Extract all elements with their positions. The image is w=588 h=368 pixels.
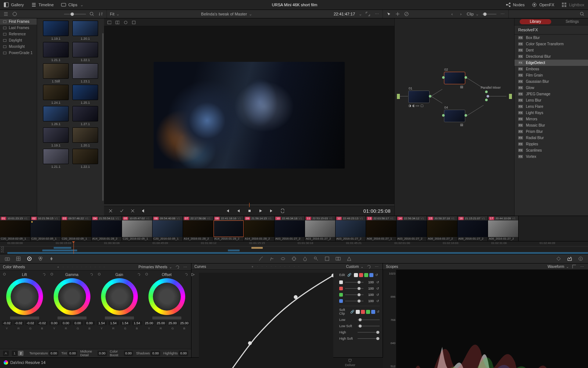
sidebar-item[interactable]: Last Frames [0, 25, 37, 31]
fx-item[interactable]: FXBox Blur [514, 35, 588, 41]
node-01[interactable]: 01 [408, 91, 430, 103]
auto-balance-button[interactable]: A [3, 351, 9, 356]
info-button[interactable] [12, 11, 18, 17]
fx-item[interactable]: FXScanlines [514, 147, 588, 153]
fx-item[interactable]: FXRipples [514, 141, 588, 147]
clip-thumb[interactable]: 1122:53:15:03V1A03_2016-01-27_2 [305, 216, 336, 241]
fx-item[interactable]: FXLight Rays [514, 110, 588, 116]
fx-item[interactable]: FXDirectional Blur [514, 53, 588, 60]
unmix-button[interactable] [108, 208, 114, 214]
still-thumb[interactable]: 1.24.1 [43, 85, 69, 105]
highlight-button[interactable] [122, 19, 128, 25]
color-wheel-lift[interactable]: Lift-0.02-0.02-0.02-0.02YRGB [1, 273, 47, 349]
qualifier-button[interactable] [269, 256, 275, 262]
softclip-reset-button[interactable]: ↺ [377, 310, 380, 314]
still-thumb[interactable]: 1.22.1 [72, 42, 98, 62]
clip-thumb[interactable]: 0210:21:59:15V1C20_2016-02-05_1 [31, 216, 61, 241]
fx-item[interactable]: FXJPEG Damage [514, 91, 588, 97]
node-nav-prev[interactable]: ‹ [449, 11, 455, 17]
viewer-options-button[interactable]: ⋯ [374, 11, 380, 17]
curves-options-button[interactable]: ⋯ [374, 263, 380, 269]
wheel-value[interactable]: 0.00 [73, 321, 83, 325]
clip-thumb[interactable]: 0309:57:46:22V1C20_2016-02-05_1 [61, 216, 92, 241]
still-thumb[interactable]: 1.21.1 [43, 42, 69, 62]
curve-handle-top[interactable]: ▷ [191, 272, 194, 277]
zoom-actual-button[interactable] [130, 19, 136, 25]
color-wheel-gamma[interactable]: Gamma0.000.000.000.00YRGB [49, 273, 95, 349]
clip-thumb[interactable]: 1520:58:37:18V1A08_2016-01-27_2 [427, 216, 458, 241]
param-value[interactable]: 0.00 [179, 351, 188, 356]
fx-tab-library[interactable]: Library [520, 19, 551, 24]
wheel-value[interactable]: 0.00 [49, 321, 60, 325]
softclip-chip[interactable] [366, 310, 370, 314]
clip-thumb[interactable]: 0921:56:14:15V1A14_2016-01-28_2 [244, 216, 275, 241]
scopes-mode-dropdown[interactable]: Waveform ⌄ [548, 265, 569, 269]
wheel-value[interactable]: 1.54 [108, 321, 119, 325]
thumbnail-timeline[interactable]: 0110:01:23:15V1C20_2016-02-05_10210:21:5… [0, 216, 588, 241]
color-wheel-gain[interactable]: Gain1.541.541.541.54YRGB [96, 273, 142, 349]
scopes-options-button[interactable]: ⋯ [579, 263, 585, 269]
expand-button[interactable] [365, 11, 371, 17]
wheel-value[interactable]: 25.00 [179, 321, 190, 325]
node-02[interactable]: 02 [444, 72, 465, 84]
wheel-value[interactable]: 1.54 [132, 321, 142, 325]
softclip-link-button[interactable]: 🔗 [350, 309, 354, 315]
disable-tool[interactable] [404, 11, 409, 17]
motion-button[interactable] [49, 256, 54, 262]
curves-reset-button[interactable] [366, 263, 372, 269]
window-button[interactable] [280, 256, 286, 262]
fx-item[interactable]: FXPrism Blur [514, 128, 588, 135]
color-wheels-button[interactable] [26, 256, 32, 262]
softclip-slider[interactable] [358, 319, 380, 320]
wheel-value[interactable]: -0.02 [37, 321, 47, 325]
picker-icon[interactable] [50, 273, 54, 276]
blur-button[interactable] [302, 256, 308, 262]
sort-button[interactable] [98, 11, 104, 17]
timeline-toggle[interactable]: Timeline [31, 2, 54, 7]
fx-item[interactable]: FXVortex [514, 153, 588, 160]
still-thumb[interactable]: 1.25.1 [72, 85, 98, 105]
graph-output[interactable] [509, 94, 512, 99]
gallery-toggle[interactable]: Gallery [4, 2, 24, 7]
fx-item[interactable]: FXRadial Blur [514, 135, 588, 141]
param-value[interactable]: 0.00 [151, 351, 160, 356]
still-thumb[interactable]: 1.19.1 [43, 21, 69, 40]
channel-swatch[interactable] [339, 287, 343, 290]
keyframe-button[interactable] [556, 256, 562, 262]
master-wheel-strip[interactable] [10, 316, 39, 319]
fx-item[interactable]: FXLens Blur [514, 97, 588, 103]
fx-tab-settings[interactable]: Settings [556, 18, 588, 25]
still-thumb[interactable]: 1.20.1 [72, 127, 98, 147]
tracker-button[interactable] [291, 256, 297, 262]
stop-button[interactable] [247, 208, 252, 214]
param-value[interactable]: 0.00 [124, 351, 133, 356]
intensity-slider[interactable] [345, 282, 363, 283]
wheel-value[interactable]: -0.02 [25, 321, 36, 325]
mini-timeline[interactable]: 01:00:00:0001:00:15:0301:00:30:0601:00:4… [0, 241, 588, 254]
wheel-value[interactable]: 1.54 [120, 321, 130, 325]
reset-icon[interactable]: ↺ [376, 299, 380, 303]
clip-thumb[interactable]: 0609:54:40:08V1C20_2016-02-05_1 [153, 216, 183, 241]
still-thumb[interactable]: 1.20.1 [72, 21, 98, 40]
primaries-mode-dropdown[interactable]: Primaries Wheels ⌄ [139, 265, 172, 269]
split-button[interactable] [114, 19, 120, 25]
play-button[interactable] [258, 208, 263, 214]
stills-gallery[interactable]: 1.19.11.20.11.21.11.22.11.Still1.23.11.2… [37, 18, 104, 216]
scopes-layout-button[interactable] [571, 263, 577, 269]
fit-dropdown[interactable]: Fit ⌄ [110, 12, 119, 17]
bypass-button[interactable] [119, 208, 125, 214]
wheel-page-1[interactable]: 1 [12, 351, 17, 356]
lightbox-toggle[interactable]: Lightbox [562, 2, 584, 7]
scopes-button[interactable] [567, 256, 573, 262]
wheel-page-2[interactable]: 2 [18, 351, 24, 356]
fx-list[interactable]: FXBox BlurFXColor Space TransformFXDentF… [514, 35, 588, 216]
fx-item[interactable]: FXEmboss [514, 66, 588, 72]
intensity-slider[interactable] [345, 288, 363, 289]
data-burn-button[interactable] [346, 256, 352, 262]
channel-swatch[interactable] [339, 299, 343, 303]
viewer-timecode[interactable]: 22:41:47:17 [334, 12, 355, 16]
clip-thumb[interactable]: 0421:55:54:11V1A14_2016-01-28_2 [92, 216, 122, 241]
clip-thumb[interactable]: 0722:17:56:06V1A14_2016-01-28_2 [183, 216, 214, 241]
wheels-options-button[interactable]: ⋯ [182, 264, 188, 270]
intensity-value[interactable]: 100 [366, 287, 374, 290]
